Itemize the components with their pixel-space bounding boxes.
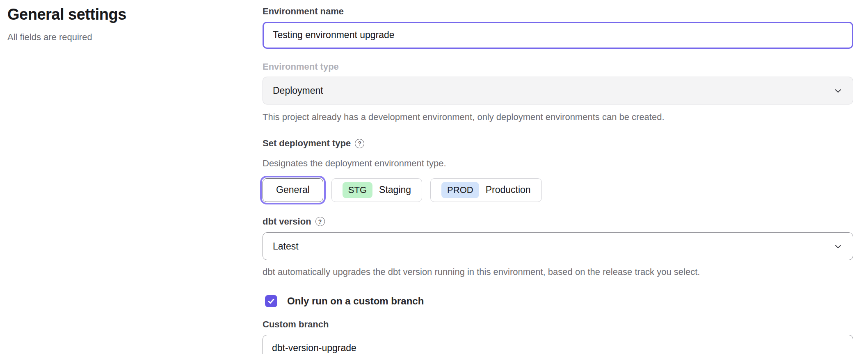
dbt-version-helper: dbt automatically upgrades the dbt versi… xyxy=(263,266,853,279)
environment-type-label: Environment type xyxy=(263,61,853,73)
dbt-version-label: dbt version xyxy=(263,216,311,228)
deployment-type-helper: Designates the deployment environment ty… xyxy=(263,157,853,170)
general-settings-page: General settings All fields are required… xyxy=(0,0,868,354)
deployment-type-option-production-label: Production xyxy=(486,184,531,195)
environment-type-value: Deployment xyxy=(273,85,323,96)
deployment-type-group: Set deployment type ? Designates the dep… xyxy=(263,138,853,202)
page-title: General settings xyxy=(7,5,263,25)
custom-branch-toggle-row: Only run on a custom branch xyxy=(263,295,853,307)
dbt-version-select[interactable]: Latest xyxy=(263,232,853,260)
dbt-version-value: Latest xyxy=(273,241,299,252)
environment-type-helper: This project already has a development e… xyxy=(263,111,853,124)
deployment-type-label-row: Set deployment type ? xyxy=(263,138,853,150)
settings-form: Environment name Environment type Deploy… xyxy=(263,0,853,354)
environment-name-label: Environment name xyxy=(263,6,853,18)
custom-branch-input[interactable] xyxy=(263,335,853,354)
deployment-type-option-production[interactable]: PROD Production xyxy=(430,178,542,202)
help-icon[interactable]: ? xyxy=(355,139,364,148)
deployment-type-option-general[interactable]: General xyxy=(263,178,323,202)
deployment-type-options: General STG Staging PROD Production xyxy=(263,178,853,202)
dbt-version-group: dbt version ? Latest dbt automatically u… xyxy=(263,216,853,279)
deployment-type-option-staging[interactable]: STG Staging xyxy=(331,178,422,202)
environment-name-group: Environment name xyxy=(263,6,853,49)
deployment-type-label: Set deployment type xyxy=(263,138,351,150)
environment-name-input[interactable] xyxy=(263,22,853,49)
deployment-type-option-general-label: General xyxy=(276,184,310,195)
staging-badge: STG xyxy=(343,182,372,198)
environment-type-group: Environment type Deployment This project… xyxy=(263,61,853,124)
deployment-type-option-staging-label: Staging xyxy=(379,184,411,195)
check-icon xyxy=(267,297,275,305)
custom-branch-toggle-label[interactable]: Only run on a custom branch xyxy=(287,295,424,307)
chevron-down-icon xyxy=(833,86,843,95)
custom-branch-label: Custom branch xyxy=(263,319,853,331)
page-subtitle: All fields are required xyxy=(7,31,263,44)
help-icon[interactable]: ? xyxy=(315,217,325,226)
environment-type-select[interactable]: Deployment xyxy=(263,77,853,104)
production-badge: PROD xyxy=(441,182,479,198)
custom-branch-checkbox[interactable] xyxy=(265,295,277,307)
dbt-version-label-row: dbt version ? xyxy=(263,216,853,228)
custom-branch-group: Custom branch xyxy=(263,319,853,354)
settings-header-column: General settings All fields are required xyxy=(7,0,263,354)
chevron-down-icon xyxy=(833,241,843,251)
